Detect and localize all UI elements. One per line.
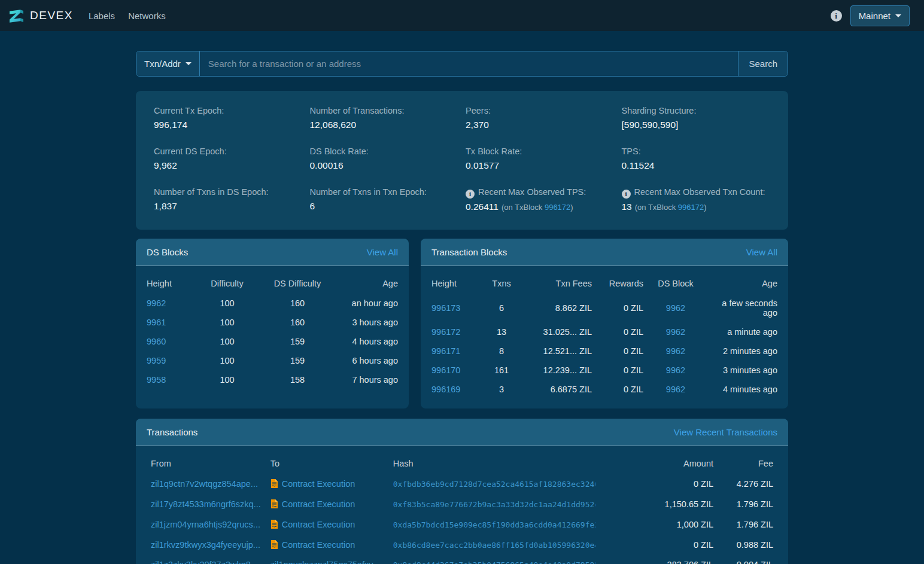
navbar: DEVEX Labels Networks i Mainnet — [0, 0, 924, 31]
txn-hash-link[interactable]: 0xfbdb36eb9cd7128d7cea52ca4615af182863ec… — [393, 480, 595, 489]
table-row: zil1z3zky3kv20f37z3wkq8... zil1pquclnzzn… — [146, 555, 778, 564]
column-header: To — [266, 452, 388, 474]
search-input[interactable] — [200, 51, 738, 76]
zilliqa-logo-icon — [8, 5, 25, 26]
from-address-link[interactable]: zil1jzm04yrna6htjs92qrucs... — [151, 520, 260, 529]
ds-block-link[interactable]: 9962 — [666, 385, 685, 394]
ds-block-link[interactable]: 9962 — [147, 298, 166, 308]
column-header: Amount — [600, 452, 718, 474]
ds-block-link[interactable]: 9958 — [147, 375, 166, 385]
txn-hash-link[interactable]: 0xf83b5ca89e776672b9ac3a33d32dc1aa24d1dd… — [393, 500, 595, 509]
txn-amount: 283.706 ZIL — [600, 555, 718, 564]
txn-fee: 1.796 ZIL — [718, 494, 778, 514]
column-header: Height — [142, 272, 196, 294]
txn-amount: 0 ZIL — [600, 474, 718, 494]
from-address-link[interactable]: zil1q9ctn7v2wtqgz854ape... — [151, 479, 258, 489]
transactions-table: From To Hash Amount Fee zil1q9ctn7v2wtqg… — [146, 452, 778, 564]
nav-link-labels[interactable]: Labels — [89, 11, 115, 21]
to-contract-link[interactable]: Contract Execution — [282, 499, 355, 509]
table-row: 996172 13 31.025... ZIL 0 ZIL 9962 a min… — [427, 322, 782, 342]
column-header: Fee — [718, 452, 778, 474]
table-row: 9962 100 160 an hour ago — [142, 294, 403, 313]
transactions-title: Transactions — [147, 427, 197, 437]
txn-hash-link[interactable]: 0xb86cd8ee7cacc2bb0ae86ff165fd0ab1059963… — [393, 541, 595, 550]
txn-amount: 1,000 ZIL — [600, 514, 718, 535]
txn-amount: 0 ZIL — [600, 535, 718, 555]
stat-number-of-transactions: Number of Transactions: 12,068,620 — [310, 106, 459, 130]
txn-hash-link[interactable]: 0x8ed8c44d367e7eb35b04756965a40e4e40a0d7… — [393, 560, 595, 564]
table-row: zil1rkvz9tkwyx3g4fyeeyujp... Contract Ex… — [146, 535, 778, 555]
stat-recent-max-observed-tps: iRecent Max Observed TPS: 0.26411(on TxB… — [466, 187, 615, 212]
contract-icon — [270, 499, 278, 510]
transactions-card: Transactions View Recent Transactions Fr… — [136, 419, 788, 564]
tx-block-link[interactable]: 996172 — [431, 327, 460, 337]
txn-amount: 1,150.65 ZIL — [600, 494, 718, 514]
brand-home-link[interactable]: DEVEX — [8, 5, 73, 26]
stat-txns-in-txn-epoch: Number of Txns in Txn Epoch: 6 — [310, 187, 459, 212]
search-bar: Txn/Addr Search — [136, 51, 788, 77]
info-icon[interactable]: i — [831, 10, 842, 22]
table-row: 9958 100 158 7 hours ago — [142, 370, 403, 389]
column-header: Age — [336, 272, 403, 294]
table-row: 9961 100 160 3 hours ago — [142, 313, 403, 332]
to-contract-link[interactable]: Contract Execution — [282, 520, 355, 529]
table-row: zil1jzm04yrna6htjs92qrucs... Contract Ex… — [146, 514, 778, 535]
transaction-blocks-view-all-link[interactable]: View All — [746, 247, 777, 257]
tx-block-link[interactable]: 996171 — [431, 346, 460, 356]
txblock-link[interactable]: 996172 — [545, 203, 570, 212]
ds-blocks-view-all-link[interactable]: View All — [367, 247, 398, 257]
table-row: 996171 8 12.521... ZIL 0 ZIL 9962 2 minu… — [427, 342, 782, 361]
transaction-blocks-card: Transaction Blocks View All Height Txns … — [421, 239, 788, 408]
column-header: Difficulty — [196, 272, 259, 294]
txblock-link[interactable]: 996172 — [678, 203, 704, 212]
column-header: Txn Fees — [521, 272, 597, 294]
table-row: 996173 6 8.862 ZIL 0 ZIL 9962 a few seco… — [427, 294, 782, 322]
ds-block-link[interactable]: 9962 — [666, 303, 685, 313]
stat-txns-in-ds-epoch: Number of Txns in DS Epoch: 1,837 — [154, 187, 303, 212]
tx-block-link[interactable]: 996169 — [431, 385, 460, 394]
from-address-link[interactable]: zil1z3zky3kv20f37z3wkq8... — [151, 560, 258, 564]
from-address-link[interactable]: zil17y8zt4533m6ngrf6szkq... — [151, 499, 261, 509]
column-header: Hash — [388, 452, 600, 474]
stat-peers: Peers: 2,370 — [466, 106, 615, 130]
nav-link-networks[interactable]: Networks — [128, 11, 166, 21]
to-address-link[interactable]: zil1pquclnzznzl75gc75afxv... — [270, 560, 380, 564]
search-type-value: Txn/Addr — [144, 59, 181, 69]
info-icon: i — [622, 190, 631, 199]
network-stats-panel: Current Tx Epoch: 996,174 Number of Tran… — [136, 91, 788, 230]
txn-hash-link[interactable]: 0xda5b7bdcd15e909ec85f190dd3a6cdd0a41266… — [393, 520, 595, 529]
to-contract-link[interactable]: Contract Execution — [282, 540, 355, 550]
table-row: zil1q9ctn7v2wtqgz854ape... Contract Exec… — [146, 474, 778, 494]
to-contract-link[interactable]: Contract Execution — [282, 479, 355, 489]
column-header: Txns — [482, 272, 521, 294]
tx-block-link[interactable]: 996170 — [431, 365, 460, 375]
column-header: DS Block — [648, 272, 703, 294]
tx-block-link[interactable]: 996173 — [431, 303, 460, 313]
table-row: 9959 100 159 6 hours ago — [142, 351, 403, 370]
ds-block-link[interactable]: 9962 — [666, 327, 685, 337]
network-selector-button[interactable]: Mainnet — [850, 5, 910, 26]
stat-current-ds-epoch: Current DS Epoch: 9,962 — [154, 147, 303, 171]
from-address-link[interactable]: zil1rkvz9tkwyx3g4fyeeyujp... — [151, 540, 260, 550]
chevron-down-icon — [895, 14, 901, 17]
table-row: zil17y8zt4533m6ngrf6szkq... Contract Exe… — [146, 494, 778, 514]
ds-block-link[interactable]: 9961 — [147, 318, 166, 327]
ds-block-link[interactable]: 9962 — [666, 346, 685, 356]
ds-block-link[interactable]: 9960 — [147, 337, 166, 346]
ds-block-link[interactable]: 9962 — [666, 365, 685, 375]
stat-tx-block-rate: Tx Block Rate: 0.01577 — [466, 147, 615, 171]
table-row: 9960 100 159 4 hours ago — [142, 332, 403, 351]
contract-icon — [270, 520, 278, 531]
column-header: DS Difficulty — [259, 272, 336, 294]
txn-fee: 1.796 ZIL — [718, 514, 778, 535]
search-type-dropdown[interactable]: Txn/Addr — [136, 51, 200, 76]
txn-fee: 0.988 ZIL — [718, 535, 778, 555]
search-button[interactable]: Search — [738, 51, 788, 76]
stat-sharding-structure: Sharding Structure: [590,590,590] — [622, 106, 771, 130]
brand-title: DEVEX — [30, 9, 73, 22]
view-recent-transactions-link[interactable]: View Recent Transactions — [674, 427, 777, 437]
network-selector-value: Mainnet — [859, 11, 890, 21]
transaction-blocks-title: Transaction Blocks — [431, 247, 507, 257]
column-header: Height — [427, 272, 482, 294]
ds-block-link[interactable]: 9959 — [147, 356, 166, 365]
